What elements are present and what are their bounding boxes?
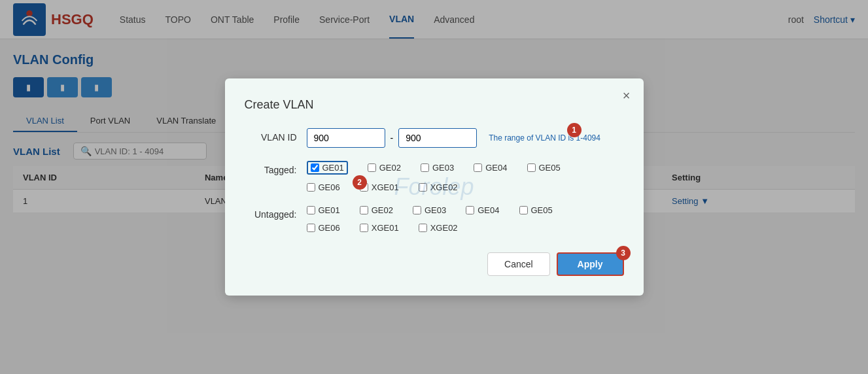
- tagged-checkbox-grid: GE01 GE02 GE03 GE04: [307, 161, 624, 175]
- tagged-ge02-item[interactable]: GE02: [368, 161, 401, 175]
- untagged-ge04-checkbox[interactable]: [466, 206, 474, 214]
- untagged-ge01-item[interactable]: GE01: [307, 205, 340, 215]
- untagged-ge06-item[interactable]: GE06: [307, 223, 340, 226]
- tagged-label: Tagged:: [245, 161, 297, 175]
- vlan-id-label: VLAN ID: [245, 128, 297, 143]
- tagged-ge03-checkbox[interactable]: [421, 163, 429, 172]
- tagged-ge01-checkbox[interactable]: [311, 163, 319, 172]
- untagged-ge04-label: GE04: [477, 205, 499, 215]
- untagged-ge05-checkbox[interactable]: [519, 206, 528, 214]
- tagged-ge01-label: GE01: [322, 163, 344, 173]
- modal-close-button[interactable]: ×: [623, 88, 631, 103]
- untagged-checkbox-grid-row2: GE06 XGE01 XGE02: [307, 223, 624, 226]
- untagged-checkbox-grid: GE01 GE02 GE03 GE04: [307, 205, 624, 215]
- untagged-label: Untagged:: [245, 205, 297, 220]
- untagged-ge03-label: GE03: [425, 205, 446, 215]
- untagged-ge05-label: GE05: [531, 205, 553, 215]
- untagged-xge01-checkbox[interactable]: [360, 224, 368, 226]
- tagged-xge01-label: XGE01: [372, 182, 399, 192]
- untagged-ge03-item[interactable]: GE03: [413, 205, 446, 215]
- tagged-ge06-item[interactable]: GE06: [307, 182, 340, 192]
- untagged-row: Untagged: GE01 GE02 GE03: [245, 205, 624, 226]
- untagged-ge02-item[interactable]: GE02: [360, 205, 393, 215]
- tagged-ge02-checkbox[interactable]: [368, 163, 376, 172]
- tagged-ge01-item[interactable]: GE01: [307, 161, 348, 175]
- vlan-id-from-input[interactable]: [307, 128, 385, 148]
- tagged-ge05-item[interactable]: GE05: [527, 161, 561, 175]
- untagged-ge02-checkbox[interactable]: [360, 206, 368, 214]
- tagged-xge02-checkbox[interactable]: [419, 183, 427, 192]
- untagged-xge02-label: XGE02: [430, 223, 458, 226]
- tagged-xge02-label: XGE02: [430, 182, 458, 192]
- tagged-ge05-checkbox[interactable]: [527, 163, 536, 172]
- untagged-ge05-item[interactable]: GE05: [519, 205, 553, 215]
- tagged-row: Tagged: GE01 GE02 GE03: [245, 161, 624, 192]
- vlan-id-separator: -: [391, 133, 394, 143]
- untagged-ge03-checkbox[interactable]: [413, 206, 421, 214]
- tagged-ge02-label: GE02: [379, 163, 401, 173]
- tagged-ge03-item[interactable]: GE03: [421, 161, 454, 175]
- untagged-xge02-checkbox[interactable]: [419, 224, 427, 226]
- tagged-ge06-checkbox[interactable]: [307, 183, 315, 192]
- create-vlan-modal: Forolep Create VLAN × 1 VLAN ID - The ra…: [225, 78, 644, 226]
- untagged-ge06-label: GE06: [319, 223, 340, 226]
- untagged-ge04-item[interactable]: GE04: [466, 205, 499, 215]
- untagged-ge06-checkbox[interactable]: [307, 224, 315, 226]
- tagged-ge05-label: GE05: [539, 163, 561, 173]
- tagged-xge02-item[interactable]: XGE02: [419, 182, 458, 192]
- untagged-ge02-label: GE02: [372, 205, 393, 215]
- tagged-ge04-label: GE04: [485, 163, 507, 173]
- tagged-ge04-item[interactable]: GE04: [474, 161, 507, 175]
- untagged-xge02-item[interactable]: XGE02: [419, 223, 458, 226]
- untagged-ge01-checkbox[interactable]: [307, 206, 315, 214]
- untagged-field: GE01 GE02 GE03 GE04: [307, 205, 624, 226]
- tagged-ge04-checkbox[interactable]: [474, 163, 482, 172]
- modal-overlay: Forolep Create VLAN × 1 VLAN ID - The ra…: [0, 0, 868, 226]
- tagged-ge03-label: GE03: [432, 163, 454, 173]
- vlan-id-to-input[interactable]: [398, 128, 477, 148]
- modal-title: Create VLAN: [245, 98, 624, 112]
- untagged-xge01-label: XGE01: [372, 223, 399, 226]
- untagged-ge01-label: GE01: [319, 205, 340, 215]
- tagged-ge06-label: GE06: [319, 182, 340, 192]
- vlan-id-hint: The range of VLAN ID is 1-4094: [489, 133, 600, 143]
- step-badge-1: 1: [567, 123, 582, 137]
- untagged-xge01-item[interactable]: XGE01: [360, 223, 399, 226]
- step-badge-2: 2: [353, 175, 367, 190]
